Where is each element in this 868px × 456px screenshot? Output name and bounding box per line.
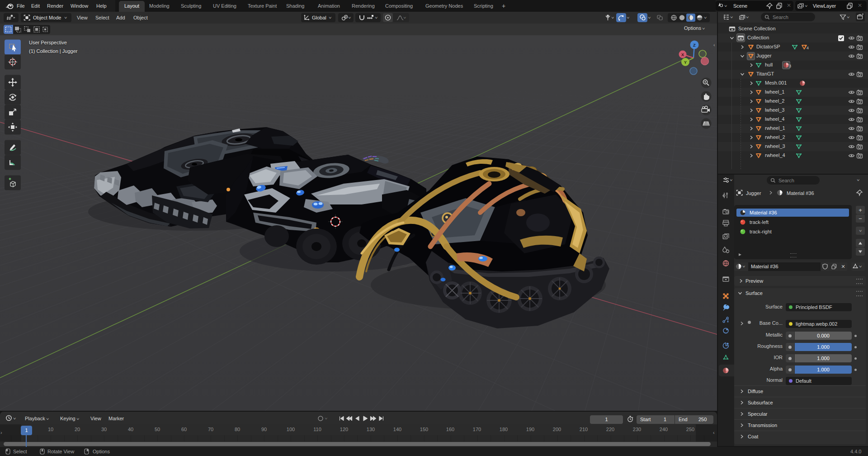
svg-text:Y: Y (684, 60, 687, 65)
svg-text:Z: Z (693, 43, 696, 48)
svg-text:‹: ‹ (713, 42, 715, 48)
svg-text:X: X (681, 52, 684, 57)
